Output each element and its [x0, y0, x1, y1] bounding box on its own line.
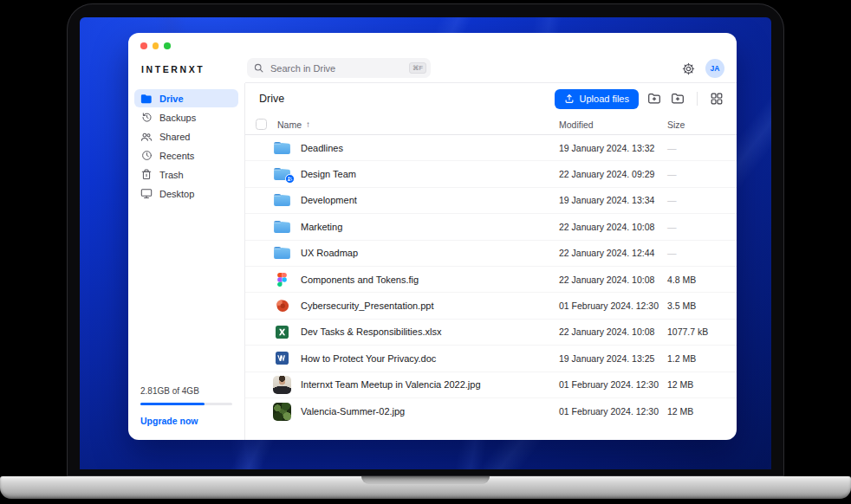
search-bar[interactable]: ⌘F [247, 58, 431, 78]
table-row[interactable]: Deadlines19 January 2024. 13:32— [245, 135, 737, 161]
table-header: Name ↑ Modified Size [245, 114, 737, 135]
desktop-icon [140, 188, 153, 199]
search-input[interactable] [269, 62, 404, 74]
window-controls [140, 42, 171, 49]
settings-gear-icon[interactable] [682, 62, 695, 75]
sort-ascending-icon: ↑ [306, 120, 310, 129]
file-modified-date: 22 January 2024. 10:08 [559, 222, 667, 232]
photo-thumbnail [273, 403, 291, 421]
grid-view-icon[interactable] [709, 91, 724, 107]
storage-widget: 2.81GB of 4GB Upgrade now [134, 386, 238, 426]
laptop-base [0, 476, 851, 499]
sidebar-item-desktop[interactable]: Desktop [134, 184, 238, 203]
sidebar-item-shared[interactable]: Shared [134, 127, 238, 145]
shared-folder-badge-icon [285, 174, 295, 184]
sidebar-item-drive[interactable]: Drive [134, 89, 238, 107]
table-row[interactable]: Valencia-Summer-02.jpg01 February 2024. … [245, 398, 737, 424]
name-column-label: Name [277, 120, 302, 130]
file-name: Valencia-Summer-02.jpg [301, 406, 559, 417]
laptop-mockup: INTERNXT ⌘F [0, 0, 851, 504]
file-list: Deadlines19 January 2024. 13:32—Design T… [245, 135, 737, 440]
upload-files-button[interactable]: Upload files [555, 89, 639, 109]
laptop-lid-notch [361, 476, 490, 484]
drive-folder-icon [140, 94, 153, 104]
sidebar-item-label: Backups [159, 113, 196, 123]
avatar[interactable]: JA [705, 59, 724, 78]
internxt-drive-window: INTERNXT ⌘F [128, 33, 737, 440]
file-name: Design Team [301, 169, 559, 179]
table-row[interactable]: Marketing22 January 2024. 10:08— [245, 214, 737, 240]
storage-usage-label: 2.81GB of 4GB [140, 386, 232, 396]
file-size: — [667, 169, 724, 179]
header-actions: Upload files [555, 89, 724, 109]
column-header-size[interactable]: Size [667, 120, 724, 130]
sidebar-nav: DriveBackupsSharedRecentsTrashDesktop [134, 89, 238, 204]
upload-folder-button[interactable] [646, 91, 662, 107]
file-name: Cybersecurity_Presentation.ppt [301, 300, 559, 311]
storage-progress-bar [140, 403, 232, 405]
zoom-window-button[interactable] [164, 42, 171, 49]
file-modified-date: 19 January 2024. 13:32 [559, 143, 667, 153]
table-row[interactable]: Cybersecurity_Presentation.ppt01 Februar… [245, 293, 737, 319]
desktop-wallpaper: INTERNXT ⌘F [80, 17, 771, 469]
shared-users-icon [140, 132, 153, 142]
folder-icon [273, 246, 291, 260]
photo-thumbnail [273, 376, 291, 394]
excel-file-icon [273, 326, 291, 339]
topbar: ⌘F JA [245, 33, 737, 83]
file-name: Deadlines [301, 143, 559, 153]
sidebar-item-label: Shared [159, 132, 190, 142]
table-row[interactable]: Components and Tokens.fig22 January 2024… [245, 267, 737, 293]
folder-icon [273, 141, 291, 155]
file-name: How to Protect Your Privacy.doc [301, 353, 559, 364]
file-modified-date: 22 January 2024. 09:29 [559, 169, 667, 179]
laptop-screen-bezel: INTERNXT ⌘F [67, 3, 784, 476]
word-file-icon [273, 352, 291, 365]
create-folder-button[interactable] [670, 91, 685, 107]
table-row[interactable]: How to Protect Your Privacy.doc19 Januar… [245, 346, 737, 372]
select-all-checkbox[interactable] [256, 119, 267, 130]
table-row[interactable]: UX Roadmap22 January 2024. 12:44— [245, 241, 737, 267]
image-thumbnail [273, 403, 291, 421]
column-header-modified[interactable]: Modified [559, 120, 667, 130]
upload-icon [564, 94, 575, 104]
file-size: — [667, 143, 724, 153]
file-size: — [667, 222, 724, 232]
close-window-button[interactable] [140, 42, 147, 49]
folder-icon [273, 167, 291, 181]
file-size: 1077.7 kB [667, 326, 724, 337]
sidebar-item-label: Desktop [159, 189, 194, 199]
file-size: 12 MB [667, 406, 724, 417]
figma-file-icon [273, 273, 291, 287]
trash-icon [140, 169, 153, 180]
file-size: — [667, 195, 724, 205]
sidebar-item-recents[interactable]: Recents [134, 146, 238, 165]
file-modified-date: 19 January 2024. 13:25 [559, 353, 667, 364]
file-modified-date: 01 February 2024. 12:30 [559, 379, 667, 390]
actions-divider [697, 92, 698, 106]
sidebar: DriveBackupsSharedRecentsTrashDesktop 2.… [128, 83, 245, 440]
file-size: — [667, 248, 724, 258]
sidebar-item-label: Drive [159, 94, 184, 104]
table-row[interactable]: Design Team22 January 2024. 09:29— [245, 161, 737, 187]
breadcrumb-drive[interactable]: Drive [259, 93, 284, 105]
file-name: Components and Tokens.fig [301, 275, 559, 285]
file-size: 4.8 MB [667, 275, 724, 285]
table-row[interactable]: Internxt Team Meetup in Valencia 2022.jp… [245, 372, 737, 398]
sidebar-item-backups[interactable]: Backups [134, 108, 238, 126]
upload-files-label: Upload files [580, 94, 629, 104]
file-size: 12 MB [667, 379, 724, 390]
file-size: 1.2 MB [667, 353, 724, 364]
folder-icon [273, 220, 291, 234]
file-modified-date: 01 February 2024. 12:30 [559, 300, 667, 311]
table-row[interactable]: Dev Tasks & Responsibilities.xlsx22 Janu… [245, 320, 737, 346]
sidebar-item-trash[interactable]: Trash [134, 165, 238, 184]
storage-progress-fill [140, 403, 205, 405]
table-row[interactable]: Development19 January 2024. 13:34— [245, 188, 737, 214]
column-header-name[interactable]: Name ↑ [277, 120, 559, 130]
folder-icon [273, 193, 291, 207]
minimize-window-button[interactable] [153, 42, 159, 49]
search-icon [254, 63, 263, 73]
upgrade-now-link[interactable]: Upgrade now [140, 416, 232, 426]
brand-area: INTERNXT [128, 33, 245, 83]
